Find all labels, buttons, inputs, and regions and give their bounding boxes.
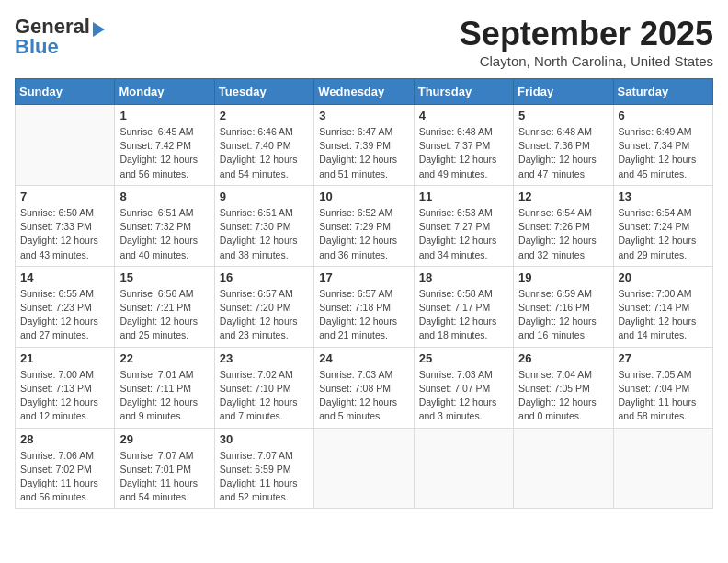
calendar-week-row: 7Sunrise: 6:50 AM Sunset: 7:33 PM Daylig… — [16, 185, 713, 266]
day-number: 26 — [518, 351, 608, 365]
calendar-header-row: SundayMondayTuesdayWednesdayThursdayFrid… — [16, 79, 713, 105]
calendar-day-cell: 3Sunrise: 6:47 AM Sunset: 7:39 PM Daylig… — [314, 105, 414, 186]
calendar-day-cell: 7Sunrise: 6:50 AM Sunset: 7:33 PM Daylig… — [16, 185, 115, 266]
day-info: Sunrise: 6:52 AM Sunset: 7:29 PM Dayligh… — [319, 206, 408, 262]
day-number: 4 — [419, 109, 508, 122]
calendar-day-cell: 23Sunrise: 7:02 AM Sunset: 7:10 PM Dayli… — [214, 347, 313, 428]
day-info: Sunrise: 6:46 AM Sunset: 7:40 PM Dayligh… — [220, 125, 309, 181]
calendar-weekday-header: Thursday — [414, 79, 513, 105]
day-info: Sunrise: 6:47 AM Sunset: 7:39 PM Dayligh… — [319, 125, 408, 181]
calendar-weekday-header: Friday — [514, 79, 613, 105]
day-info: Sunrise: 6:45 AM Sunset: 7:42 PM Dayligh… — [119, 125, 209, 181]
day-info: Sunrise: 6:56 AM Sunset: 7:21 PM Dayligh… — [119, 287, 209, 343]
day-number: 2 — [220, 109, 309, 122]
day-info: Sunrise: 7:00 AM Sunset: 7:14 PM Dayligh… — [619, 287, 708, 343]
day-number: 8 — [119, 190, 209, 203]
calendar-day-cell: 27Sunrise: 7:05 AM Sunset: 7:04 PM Dayli… — [613, 347, 712, 428]
calendar-day-cell: 19Sunrise: 6:59 AM Sunset: 7:16 PM Dayli… — [514, 266, 613, 347]
day-number: 21 — [20, 351, 109, 365]
calendar-weekday-header: Sunday — [16, 79, 115, 105]
calendar-weekday-header: Wednesday — [314, 79, 414, 105]
calendar-day-cell: 21Sunrise: 7:00 AM Sunset: 7:13 PM Dayli… — [16, 347, 115, 428]
calendar-weekday-header: Monday — [115, 79, 214, 105]
month-title: September 2025 — [460, 15, 713, 53]
day-info: Sunrise: 6:48 AM Sunset: 7:36 PM Dayligh… — [518, 125, 608, 181]
day-number: 9 — [220, 190, 309, 203]
day-info: Sunrise: 6:51 AM Sunset: 7:32 PM Dayligh… — [119, 206, 209, 262]
calendar-day-cell — [613, 428, 712, 509]
day-info: Sunrise: 6:54 AM Sunset: 7:24 PM Dayligh… — [619, 206, 708, 262]
calendar-week-row: 21Sunrise: 7:00 AM Sunset: 7:13 PM Dayli… — [16, 347, 713, 428]
day-info: Sunrise: 6:49 AM Sunset: 7:34 PM Dayligh… — [619, 125, 708, 181]
day-number: 20 — [619, 270, 708, 284]
day-info: Sunrise: 7:05 AM Sunset: 7:04 PM Dayligh… — [619, 368, 708, 424]
day-number: 13 — [619, 190, 708, 203]
calendar-day-cell: 30Sunrise: 7:07 AM Sunset: 6:59 PM Dayli… — [214, 428, 313, 509]
calendar-day-cell: 16Sunrise: 6:57 AM Sunset: 7:20 PM Dayli… — [214, 266, 313, 347]
calendar-day-cell: 12Sunrise: 6:54 AM Sunset: 7:26 PM Dayli… — [514, 185, 613, 266]
day-number: 22 — [119, 351, 209, 365]
calendar-day-cell: 4Sunrise: 6:48 AM Sunset: 7:37 PM Daylig… — [414, 105, 513, 186]
calendar-day-cell: 6Sunrise: 6:49 AM Sunset: 7:34 PM Daylig… — [613, 105, 712, 186]
day-number: 7 — [20, 190, 109, 203]
calendar-day-cell — [16, 105, 115, 186]
day-number: 1 — [119, 109, 209, 122]
calendar-day-cell: 15Sunrise: 6:56 AM Sunset: 7:21 PM Dayli… — [115, 266, 214, 347]
day-number: 28 — [20, 432, 109, 446]
calendar-day-cell: 17Sunrise: 6:57 AM Sunset: 7:18 PM Dayli… — [314, 266, 414, 347]
logo: General Blue — [15, 15, 105, 57]
day-number: 10 — [319, 190, 408, 203]
day-number: 24 — [319, 351, 408, 365]
day-number: 17 — [319, 270, 408, 284]
calendar-day-cell: 11Sunrise: 6:53 AM Sunset: 7:27 PM Dayli… — [414, 185, 513, 266]
calendar-day-cell: 1Sunrise: 6:45 AM Sunset: 7:42 PM Daylig… — [115, 105, 214, 186]
title-block: September 2025 Clayton, North Carolina, … — [460, 15, 713, 69]
day-number: 16 — [220, 270, 309, 284]
day-info: Sunrise: 7:07 AM Sunset: 6:59 PM Dayligh… — [220, 449, 309, 505]
calendar-body: 1Sunrise: 6:45 AM Sunset: 7:42 PM Daylig… — [16, 105, 713, 509]
day-info: Sunrise: 7:06 AM Sunset: 7:02 PM Dayligh… — [20, 449, 109, 505]
day-number: 19 — [518, 270, 608, 284]
day-info: Sunrise: 6:57 AM Sunset: 7:20 PM Dayligh… — [220, 287, 309, 343]
day-info: Sunrise: 7:03 AM Sunset: 7:07 PM Dayligh… — [419, 368, 508, 424]
calendar-day-cell — [414, 428, 513, 509]
day-info: Sunrise: 7:04 AM Sunset: 7:05 PM Dayligh… — [518, 368, 608, 424]
day-number: 25 — [419, 351, 508, 365]
calendar-day-cell: 8Sunrise: 6:51 AM Sunset: 7:32 PM Daylig… — [115, 185, 214, 266]
day-info: Sunrise: 6:59 AM Sunset: 7:16 PM Dayligh… — [518, 287, 608, 343]
calendar-day-cell: 18Sunrise: 6:58 AM Sunset: 7:17 PM Dayli… — [414, 266, 513, 347]
calendar-day-cell: 5Sunrise: 6:48 AM Sunset: 7:36 PM Daylig… — [514, 105, 613, 186]
day-info: Sunrise: 7:03 AM Sunset: 7:08 PM Dayligh… — [319, 368, 408, 424]
day-info: Sunrise: 6:50 AM Sunset: 7:33 PM Dayligh… — [20, 206, 109, 262]
calendar-day-cell: 10Sunrise: 6:52 AM Sunset: 7:29 PM Dayli… — [314, 185, 414, 266]
day-info: Sunrise: 7:00 AM Sunset: 7:13 PM Dayligh… — [20, 368, 109, 424]
day-number: 12 — [518, 190, 608, 203]
calendar-day-cell: 26Sunrise: 7:04 AM Sunset: 7:05 PM Dayli… — [514, 347, 613, 428]
day-info: Sunrise: 6:58 AM Sunset: 7:17 PM Dayligh… — [419, 287, 508, 343]
calendar-day-cell: 24Sunrise: 7:03 AM Sunset: 7:08 PM Dayli… — [314, 347, 414, 428]
day-info: Sunrise: 6:54 AM Sunset: 7:26 PM Dayligh… — [518, 206, 608, 262]
calendar-day-cell: 13Sunrise: 6:54 AM Sunset: 7:24 PM Dayli… — [613, 185, 712, 266]
day-number: 18 — [419, 270, 508, 284]
calendar-day-cell: 25Sunrise: 7:03 AM Sunset: 7:07 PM Dayli… — [414, 347, 513, 428]
day-number: 30 — [220, 432, 309, 446]
day-number: 11 — [419, 190, 508, 203]
day-number: 5 — [518, 109, 608, 122]
day-info: Sunrise: 6:48 AM Sunset: 7:37 PM Dayligh… — [419, 125, 508, 181]
calendar-day-cell — [314, 428, 414, 509]
calendar-day-cell: 20Sunrise: 7:00 AM Sunset: 7:14 PM Dayli… — [613, 266, 712, 347]
calendar-weekday-header: Saturday — [613, 79, 712, 105]
calendar-day-cell: 29Sunrise: 7:07 AM Sunset: 7:01 PM Dayli… — [115, 428, 214, 509]
day-number: 14 — [20, 270, 109, 284]
day-number: 23 — [220, 351, 309, 365]
day-info: Sunrise: 6:53 AM Sunset: 7:27 PM Dayligh… — [419, 206, 508, 262]
day-number: 27 — [619, 351, 708, 365]
day-info: Sunrise: 7:02 AM Sunset: 7:10 PM Dayligh… — [220, 368, 309, 424]
day-info: Sunrise: 7:07 AM Sunset: 7:01 PM Dayligh… — [119, 449, 209, 505]
day-number: 15 — [119, 270, 209, 284]
calendar-weekday-header: Tuesday — [214, 79, 313, 105]
day-number: 3 — [319, 109, 408, 122]
location: Clayton, North Carolina, United States — [460, 53, 713, 69]
calendar-week-row: 14Sunrise: 6:55 AM Sunset: 7:23 PM Dayli… — [16, 266, 713, 347]
calendar-day-cell: 14Sunrise: 6:55 AM Sunset: 7:23 PM Dayli… — [16, 266, 115, 347]
